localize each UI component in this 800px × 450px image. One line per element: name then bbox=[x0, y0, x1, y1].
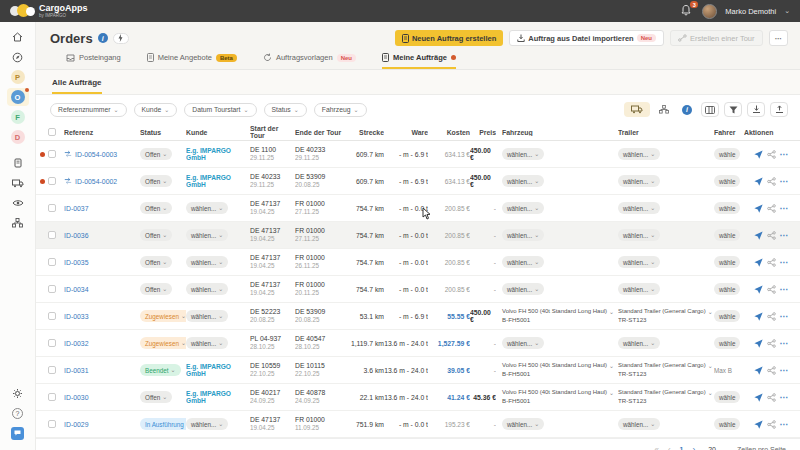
send-icon[interactable] bbox=[754, 150, 763, 159]
row-more-button[interactable]: ⋯ bbox=[780, 231, 789, 240]
sidebar-item-home[interactable] bbox=[7, 28, 29, 46]
filter-fahrzeug[interactable]: Fahrzeug⌄ bbox=[314, 103, 367, 117]
vehicle-dropdown[interactable]: wählen...⌄ bbox=[502, 202, 544, 214]
sidebar-item-fleet[interactable] bbox=[7, 174, 29, 192]
vehicle-dropdown[interactable]: Volvo FH 500 (40t Standard Long Haul)⌄ B… bbox=[502, 362, 614, 378]
more-actions-button[interactable]: ⋯ bbox=[769, 30, 789, 46]
row-checkbox[interactable] bbox=[48, 312, 56, 320]
columns-button[interactable] bbox=[701, 102, 719, 117]
order-id-link[interactable]: ID-0036 bbox=[64, 232, 89, 239]
filter-kunde[interactable]: Kunde⌄ bbox=[134, 103, 178, 117]
row-more-button[interactable]: ⋯ bbox=[780, 339, 789, 348]
vehicle-dropdown[interactable]: Volvo FH 500 (40t Standard Long Haul)⌄ B… bbox=[502, 389, 614, 405]
sidebar-item-app-d[interactable]: D bbox=[7, 128, 29, 146]
sidebar-item-journal[interactable] bbox=[7, 154, 29, 172]
row-more-button[interactable]: ⋯ bbox=[780, 393, 789, 402]
row-checkbox[interactable] bbox=[48, 420, 56, 428]
upload-button[interactable] bbox=[770, 102, 788, 117]
status-dropdown[interactable]: In Ausführung⌄ bbox=[140, 418, 186, 430]
order-id-link[interactable]: ID-0037 bbox=[64, 205, 89, 212]
cost-value[interactable]: 41.24 € bbox=[447, 394, 470, 401]
send-icon[interactable] bbox=[754, 177, 763, 186]
tab-auftragsvorlagen[interactable]: Auftragsvorlagen Neu bbox=[263, 53, 356, 69]
cost-value[interactable]: 200.85 € bbox=[445, 232, 470, 239]
send-icon[interactable] bbox=[754, 393, 763, 402]
vehicle-view-button[interactable] bbox=[624, 102, 650, 117]
status-dropdown[interactable]: Zugewiesen⌄ bbox=[140, 337, 186, 349]
sidebar-item-app-o-active[interactable]: O bbox=[7, 88, 29, 106]
row-more-button[interactable]: ⋯ bbox=[780, 420, 789, 429]
row-more-button[interactable]: ⋯ bbox=[780, 312, 789, 321]
order-id-link[interactable]: ID-0034 bbox=[64, 286, 89, 293]
cost-value[interactable]: 200.85 € bbox=[445, 205, 470, 212]
vehicle-dropdown[interactable]: wählen...⌄ bbox=[502, 148, 544, 160]
row-more-button[interactable]: ⋯ bbox=[780, 204, 789, 213]
share-icon[interactable] bbox=[767, 285, 776, 294]
prev-page-button[interactable]: ‹ bbox=[668, 445, 671, 450]
vehicle-dropdown[interactable]: wählen...⌄ bbox=[502, 337, 544, 349]
trailer-dropdown[interactable]: Standard Trailer (General Cargo)⌄ TR-ST1… bbox=[618, 308, 713, 324]
notifications-button[interactable]: 3 bbox=[680, 4, 694, 18]
table-row[interactable]: ID-0035 Offen⌄ wählen...⌄ DE 4713719.04.… bbox=[36, 249, 800, 276]
vehicle-dropdown[interactable]: wählen...⌄ bbox=[502, 175, 544, 187]
driver-dropdown[interactable]: wähle bbox=[714, 310, 740, 322]
grouping-view-button[interactable] bbox=[655, 102, 673, 117]
table-row[interactable]: ID-0029 In Ausführung⌄ wählen...⌄ DE 471… bbox=[36, 411, 800, 438]
cost-value[interactable]: 200.85 € bbox=[445, 259, 470, 266]
status-dropdown[interactable]: Beendet⌄ bbox=[140, 364, 181, 376]
row-more-button[interactable]: ⋯ bbox=[780, 258, 789, 267]
customer-dropdown[interactable]: wählen...⌄ bbox=[186, 418, 228, 430]
send-icon[interactable] bbox=[754, 420, 763, 429]
order-id-link[interactable]: ID-0054-0002 bbox=[75, 178, 117, 185]
trailer-dropdown[interactable]: wählen...⌄ bbox=[618, 202, 660, 214]
table-row[interactable]: ID-0054-0002 Offen⌄ E.g. IMPARGO GmbH ⌄ … bbox=[36, 168, 800, 195]
table-info-button[interactable]: i bbox=[678, 102, 696, 117]
customer-link[interactable]: E.g. IMPARGO GmbH bbox=[186, 390, 250, 404]
trailer-dropdown[interactable]: wählen...⌄ bbox=[618, 256, 660, 268]
driver-dropdown[interactable]: wähle bbox=[714, 337, 740, 349]
customer-dropdown[interactable]: wählen...⌄ bbox=[186, 202, 228, 214]
table-row[interactable]: ID-0031 Beendet⌄ E.g. IMPARGO GmbH ⌄ DE … bbox=[36, 357, 800, 384]
table-row[interactable]: ID-0030 Offen⌄ E.g. IMPARGO GmbH ⌄ DE 40… bbox=[36, 384, 800, 411]
cost-value[interactable]: 634.13 € bbox=[445, 151, 470, 158]
filter-button[interactable] bbox=[724, 102, 742, 117]
sidebar-item-network[interactable] bbox=[7, 214, 29, 232]
status-dropdown[interactable]: Offen⌄ bbox=[140, 283, 172, 295]
driver-dropdown[interactable]: wähle bbox=[714, 391, 740, 403]
send-icon[interactable] bbox=[754, 204, 763, 213]
trailer-dropdown[interactable]: wählen...⌄ bbox=[618, 229, 660, 241]
customer-dropdown[interactable]: wählen...⌄ bbox=[186, 256, 228, 268]
row-more-button[interactable]: ⋯ bbox=[780, 366, 789, 375]
share-icon[interactable] bbox=[767, 150, 776, 159]
trailer-dropdown[interactable]: wählen...⌄ bbox=[618, 418, 660, 430]
share-icon[interactable] bbox=[767, 177, 776, 186]
user-menu-chevron-icon[interactable]: ⌄ bbox=[784, 7, 790, 15]
next-page-button[interactable]: › bbox=[692, 445, 695, 450]
customer-dropdown[interactable]: wählen...⌄ bbox=[186, 310, 228, 322]
status-dropdown[interactable]: Offen⌄ bbox=[140, 256, 172, 268]
order-id-link[interactable]: ID-0033 bbox=[64, 313, 89, 320]
trailer-dropdown[interactable]: wählen...⌄ bbox=[618, 148, 660, 160]
driver-dropdown[interactable]: wähle bbox=[714, 175, 740, 187]
send-icon[interactable] bbox=[754, 312, 763, 321]
status-dropdown[interactable]: Zugewiesen⌄ bbox=[140, 310, 186, 322]
customer-link[interactable]: E.g. IMPARGO GmbH bbox=[186, 147, 250, 161]
send-icon[interactable] bbox=[754, 339, 763, 348]
cost-value[interactable]: 200.85 € bbox=[445, 286, 470, 293]
vehicle-dropdown[interactable]: wählen...⌄ bbox=[502, 229, 544, 241]
current-page[interactable]: 1 bbox=[680, 446, 684, 450]
sidebar-item-chat[interactable] bbox=[7, 424, 29, 442]
trailer-dropdown[interactable]: wählen...⌄ bbox=[618, 337, 660, 349]
sidebar-item-help[interactable]: ? bbox=[7, 404, 29, 422]
shortcuts-button[interactable] bbox=[113, 33, 129, 44]
info-icon[interactable]: i bbox=[98, 33, 108, 43]
avatar[interactable] bbox=[702, 4, 717, 19]
send-icon[interactable] bbox=[754, 258, 763, 267]
cost-value[interactable]: 634.13 € bbox=[445, 178, 470, 185]
trailer-dropdown[interactable]: Standard Trailer (General Cargo)⌄ TR-ST1… bbox=[618, 389, 713, 405]
share-icon[interactable] bbox=[767, 366, 776, 375]
driver-dropdown[interactable]: wähle bbox=[714, 283, 740, 295]
share-icon[interactable] bbox=[767, 393, 776, 402]
row-checkbox[interactable] bbox=[48, 177, 56, 185]
vehicle-dropdown[interactable]: wählen...⌄ bbox=[502, 418, 544, 430]
